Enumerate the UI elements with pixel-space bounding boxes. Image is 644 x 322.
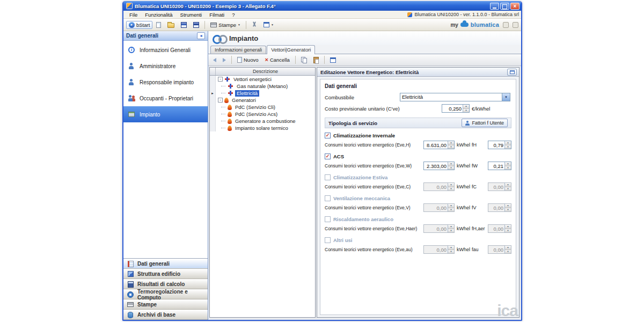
options-button[interactable]: ▼ — [261, 21, 276, 28]
factor-field-acs[interactable]: 0,21▲▼ — [488, 162, 511, 170]
title-bar[interactable]: Blumatica UNI10200 - UNI10200 - Esempio … — [123, 1, 521, 11]
consumi-field-acs[interactable]: 2.303,00▲▼ — [423, 162, 455, 170]
checkbox-riscaldamento-aeraulico[interactable] — [325, 216, 331, 222]
checkbox-ventilazione-meccanica[interactable] — [325, 195, 331, 201]
save-button[interactable] — [178, 21, 189, 29]
spin-down-icon[interactable]: ▼ — [448, 166, 454, 170]
brand-blumatica-link[interactable]: blumatica — [471, 21, 499, 28]
spin-up-icon[interactable]: ▲ — [448, 162, 454, 166]
tree-node-vettori-energetici[interactable]: -Vettori energetici — [210, 76, 315, 83]
window-title: Blumatica UNI10200 - UNI10200 - Esempio … — [135, 3, 489, 9]
nav-back-button[interactable] — [210, 57, 219, 63]
minimize-button[interactable] — [490, 3, 499, 10]
consumi-label: Consumi teorici vettore energetico (Eve,… — [325, 184, 423, 189]
factor-field-climatizzazione-invernale-value: 0,79 — [488, 141, 504, 149]
sidebar-item-responsabile-impianto[interactable]: Responsabile impianto — [123, 74, 208, 90]
factor-field-altri-usi: 0,00▲▼ — [488, 245, 511, 254]
factor-field-climatizzazione-invernale[interactable]: 0,79▲▼ — [488, 141, 511, 149]
nuovo-button[interactable]: Nuovo — [235, 56, 261, 63]
tab-vettori-generatori[interactable]: Vettori|Generatori — [267, 45, 315, 54]
menu-funzionalit[interactable]: Funzionalità — [141, 11, 176, 18]
paste-button[interactable] — [311, 56, 321, 64]
checkbox-climatizzazione-invernale[interactable]: ✓ — [325, 133, 331, 138]
consumi-field-climatizzazione-invernale[interactable]: 8.631,00▲▼ — [423, 141, 455, 149]
new-document-button[interactable] — [153, 21, 164, 29]
menu-strumenti[interactable]: Strumenti — [177, 11, 206, 18]
tree-node-label: PdC (Servizio Acs) — [233, 111, 279, 118]
view-button[interactable] — [327, 57, 339, 63]
expander-icon[interactable]: - — [218, 98, 223, 103]
nav-button-risultati-di-calcolo[interactable]: Risultati di calcolo — [123, 279, 208, 289]
notes-button[interactable] — [503, 22, 509, 28]
combustibile-select[interactable]: Elettricità ▼ — [400, 93, 510, 101]
combustibile-value: Elettricità — [400, 93, 502, 101]
sidebar-item-impianto[interactable]: Impianto — [123, 106, 208, 122]
service-altri-usi: Altri usi — [325, 237, 511, 243]
consumi-field-altri-usi: 0,00▲▼ — [423, 245, 455, 254]
cancella-button[interactable]: × Cancella — [262, 56, 292, 63]
menu-file[interactable]: File — [126, 11, 141, 18]
expander-icon[interactable]: - — [218, 77, 223, 82]
checkbox-altri-usi[interactable] — [325, 237, 331, 243]
tree-node-elettricit[interactable]: ►Elettricità — [210, 90, 315, 97]
tree-node-generatore-a-combustione[interactable]: Generatore a combustione — [210, 118, 315, 125]
spin-up-icon[interactable]: ▲ — [448, 141, 454, 145]
nav-button-stampe[interactable]: Stampe — [123, 299, 208, 310]
help-button[interactable] — [513, 22, 518, 28]
spin-down-icon[interactable]: ▼ — [505, 166, 511, 170]
stampe-button[interactable]: Stampe ▼ — [208, 21, 243, 29]
spin-down-icon[interactable]: ▼ — [448, 145, 454, 149]
open-button[interactable] — [165, 20, 177, 29]
service-climatizzazione-estiva: Climatizzazione Estiva — [325, 174, 511, 180]
tree-node-generatori[interactable]: -Generatori — [210, 97, 315, 104]
blumatica-mini-icon — [407, 12, 412, 17]
spinner-buttons: ▲▼ — [448, 183, 454, 191]
spin-down-icon[interactable]: ▼ — [463, 109, 469, 113]
sidebar-item-occupanti-proprietari[interactable]: Occupanti - Proprietari — [123, 90, 208, 106]
bstart-button[interactable]: ► bStart — [126, 21, 152, 29]
toolbar-separator — [324, 56, 325, 64]
save-all-button[interactable] — [191, 21, 202, 29]
tree-node-pdc-servizio-acs[interactable]: PdC (Servizio Acs) — [210, 111, 315, 118]
nav-forward-button[interactable] — [220, 57, 229, 63]
panel-options-button[interactable] — [507, 69, 517, 76]
nav-button-archivi-di-base[interactable]: Archivi di base — [123, 310, 208, 320]
dropdown-arrow-icon[interactable]: ▼ — [502, 93, 510, 101]
maximize-button[interactable] — [500, 3, 509, 10]
spin-down-icon[interactable]: ▼ — [505, 145, 511, 149]
consumi-label: Consumi teorici vettore energetico (Eve,… — [325, 226, 423, 231]
costo-field[interactable]: 0,250 ▲ ▼ — [442, 104, 470, 113]
menu-filmati[interactable]: Filmati — [206, 11, 228, 18]
fattori-utente-button[interactable]: Fattori f Utente — [462, 119, 508, 127]
window-body: Dati generali ◄ Informazioni GeneraliAmm… — [123, 31, 521, 320]
collapse-sidebar-button[interactable]: ◄ — [197, 32, 205, 39]
tree-node-gas-naturale-metano[interactable]: Gas naturale (Metano) — [210, 83, 315, 90]
consumi-field-climatizzazione-invernale-value: 8.631,00 — [424, 141, 448, 149]
costo-value: 0,250 — [442, 105, 463, 112]
app-window: Blumatica UNI10200 - UNI10200 - Esempio … — [122, 1, 522, 321]
sidebar-item-label: Occupanti - Proprietari — [140, 96, 193, 101]
copy-button[interactable] — [298, 56, 310, 63]
editor-header-title: Editazione Vettore Energetico: Elettrici… — [320, 69, 419, 75]
sidebar-item-informazioni-generali[interactable]: Informazioni Generali — [123, 42, 208, 58]
sidebar-item-amministratore[interactable]: Amministratore — [123, 58, 208, 74]
tab-informazioni-generali[interactable]: Informazioni generali — [210, 46, 266, 54]
nav-button-dati-generali[interactable]: Dati generali — [123, 259, 208, 269]
cut-button[interactable] — [249, 20, 260, 29]
editor-header: Editazione Vettore Energetico: Elettrici… — [317, 68, 519, 77]
spin-up-icon[interactable]: ▲ — [505, 141, 511, 145]
nav-button-struttura-edificio[interactable]: Struttura edificio — [123, 269, 208, 279]
tree-node-pdc-servizio-cli[interactable]: PdC (Servizio Cli) — [210, 104, 315, 111]
brand-my-label: my — [450, 22, 458, 28]
tree-row-gutter — [210, 83, 216, 90]
spin-up-icon[interactable]: ▲ — [463, 105, 469, 109]
tree-node-impianto-solare-termico[interactable]: Impianto solare termico — [210, 125, 315, 131]
menu-[interactable]: ? — [228, 11, 238, 18]
spin-up-icon[interactable]: ▲ — [505, 162, 511, 166]
nav-button-termoregolazione-e-computo[interactable]: Termoregolazione e Computo — [123, 289, 208, 299]
checkbox-climatizzazione-estiva[interactable] — [325, 174, 331, 180]
checkbox-acs[interactable]: ✓ — [325, 153, 331, 159]
app-icon — [126, 3, 133, 9]
close-button[interactable]: × — [510, 3, 519, 10]
sidebar-items: Informazioni GeneraliAmministratoreRespo… — [123, 41, 208, 258]
